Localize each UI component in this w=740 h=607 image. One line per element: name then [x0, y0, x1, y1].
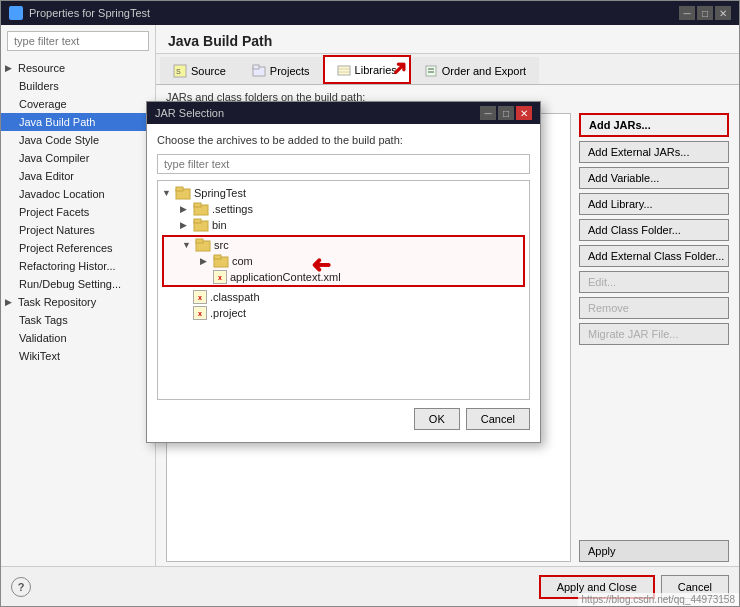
tab-libraries[interactable]: Libraries: [323, 55, 411, 84]
dialog-minimize-button[interactable]: ─: [480, 106, 496, 120]
projects-icon: [252, 64, 266, 78]
sidebar-item-project-facets[interactable]: Project Facets: [1, 203, 155, 221]
add-external-jars-button[interactable]: Add External JARs...: [579, 141, 729, 163]
remove-button[interactable]: Remove: [579, 297, 729, 319]
svg-rect-17: [196, 239, 203, 243]
tree-node-label: src: [214, 239, 229, 251]
tab-source-label: Source: [191, 65, 226, 77]
dialog-description: Choose the archives to be added to the b…: [157, 134, 530, 146]
svg-rect-11: [176, 187, 183, 191]
tree-node-label: bin: [212, 219, 227, 231]
sidebar-item-task-tags[interactable]: Task Tags: [1, 311, 155, 329]
sidebar-item-java-code-style[interactable]: Java Code Style: [1, 131, 155, 149]
tabs-bar: S Source Projects: [156, 54, 739, 85]
close-button[interactable]: ✕: [715, 6, 731, 20]
sidebar-item-javadoc[interactable]: Javadoc Location: [1, 185, 155, 203]
sidebar-item-validation[interactable]: Validation: [1, 329, 155, 347]
sidebar-item-java-editor[interactable]: Java Editor: [1, 167, 155, 185]
sidebar-item-run-debug[interactable]: Run/Debug Setting...: [1, 275, 155, 293]
folder-icon: [193, 202, 209, 216]
tree-node-project[interactable]: x .project: [162, 305, 525, 321]
tree-arrow: ▼: [182, 240, 192, 250]
edit-button[interactable]: Edit...: [579, 271, 729, 293]
eclipse-icon: [9, 6, 23, 20]
tree-node-src[interactable]: ▼ src: [164, 237, 523, 253]
tab-order-export-label: Order and Export: [442, 65, 526, 77]
sidebar-item-label: Refactoring Histor...: [19, 260, 116, 272]
xml-file-icon: x: [193, 306, 207, 320]
folder-open-icon: [195, 238, 211, 252]
apply-button[interactable]: Apply: [579, 540, 729, 562]
svg-rect-7: [426, 66, 436, 76]
tree-node-com[interactable]: ▶ com: [164, 253, 523, 269]
sidebar-item-java-compiler[interactable]: Java Compiler: [1, 149, 155, 167]
right-buttons: Add JARs... Add External JARs... Add Var…: [579, 113, 729, 562]
add-class-folder-button[interactable]: Add Class Folder...: [579, 219, 729, 241]
sidebar-item-label: Project Facets: [19, 206, 89, 218]
tree-node-label: SpringTest: [194, 187, 246, 199]
dialog-bottom-bar: OK Cancel: [157, 400, 530, 432]
tree-node-classpath[interactable]: x .classpath: [162, 289, 525, 305]
tree-arrow: ▼: [162, 188, 172, 198]
tab-order-export[interactable]: Order and Export: [411, 57, 539, 84]
title-bar-left: Properties for SpringTest: [9, 6, 150, 20]
sidebar-item-label: Run/Debug Setting...: [19, 278, 121, 290]
tree-node-springtest[interactable]: ▼ SpringTest: [162, 185, 525, 201]
add-external-class-folder-button[interactable]: Add External Class Folder...: [579, 245, 729, 267]
tree-node-label: .classpath: [210, 291, 260, 303]
tree-node-bin[interactable]: ▶ bin: [162, 217, 525, 233]
filter-input[interactable]: [7, 31, 149, 51]
minimize-button[interactable]: ─: [679, 6, 695, 20]
sidebar-item-task-repository[interactable]: ▶ Task Repository: [1, 293, 155, 311]
dialog-maximize-button[interactable]: □: [498, 106, 514, 120]
migrate-jar-button[interactable]: Migrate JAR File...: [579, 323, 729, 345]
dialog-cancel-button[interactable]: Cancel: [466, 408, 530, 430]
xml-file-icon: x: [193, 290, 207, 304]
dialog-title-text: JAR Selection: [155, 107, 224, 119]
folder-icon: [193, 218, 209, 232]
dialog-ok-button[interactable]: OK: [414, 408, 460, 430]
tree-node-appcontext[interactable]: x applicationContext.xml: [164, 269, 523, 285]
tree-node-label: .settings: [212, 203, 253, 215]
sidebar-item-project-references[interactable]: Project References: [1, 239, 155, 257]
sidebar-item-wikitext[interactable]: WikiText: [1, 347, 155, 365]
sidebar-item-coverage[interactable]: Coverage: [1, 95, 155, 113]
svg-rect-3: [253, 65, 259, 69]
main-window: Properties for SpringTest ─ □ ✕ ▶ Resour…: [0, 0, 740, 607]
sidebar-item-label: Project Natures: [19, 224, 95, 236]
tree-node-label: .project: [210, 307, 246, 319]
sidebar-item-refactoring[interactable]: Refactoring Histor...: [1, 257, 155, 275]
maximize-button[interactable]: □: [697, 6, 713, 20]
tab-source[interactable]: S Source: [160, 57, 239, 84]
tree-arrow: ▶: [180, 204, 190, 214]
help-button[interactable]: ?: [11, 577, 31, 597]
window-title: Properties for SpringTest: [29, 7, 150, 19]
sidebar-item-label: Builders: [19, 80, 59, 92]
svg-rect-4: [338, 66, 350, 75]
xml-file-icon: x: [213, 270, 227, 284]
sidebar: ▶ Resource Builders Coverage Java Build …: [1, 25, 156, 566]
dialog-close-button[interactable]: ✕: [516, 106, 532, 120]
title-bar-controls: ─ □ ✕: [679, 6, 731, 20]
libraries-icon: [337, 63, 351, 77]
sidebar-item-builders[interactable]: Builders: [1, 77, 155, 95]
jar-tree: ▼ SpringTest ▶ .settings: [157, 180, 530, 400]
svg-text:S: S: [176, 68, 181, 75]
sidebar-item-java-build-path[interactable]: Java Build Path: [1, 113, 155, 131]
sidebar-item-label: Project References: [19, 242, 113, 254]
sidebar-item-project-natures[interactable]: Project Natures: [1, 221, 155, 239]
add-variable-button[interactable]: Add Variable...: [579, 167, 729, 189]
sidebar-item-resource[interactable]: ▶ Resource: [1, 59, 155, 77]
tree-arrow: ▶: [200, 256, 210, 266]
sidebar-tree: ▶ Resource Builders Coverage Java Build …: [1, 57, 155, 566]
tree-node-settings[interactable]: ▶ .settings: [162, 201, 525, 217]
add-jars-button[interactable]: Add JARs...: [579, 113, 729, 137]
tree-node-label: applicationContext.xml: [230, 271, 341, 283]
sidebar-item-label: Validation: [19, 332, 67, 344]
sidebar-item-label: Javadoc Location: [19, 188, 105, 200]
add-library-button[interactable]: Add Library...: [579, 193, 729, 215]
tab-projects[interactable]: Projects: [239, 57, 323, 84]
dialog-title-bar: JAR Selection ─ □ ✕: [147, 102, 540, 124]
expand-arrow: ▶: [5, 63, 12, 73]
dialog-filter-input[interactable]: [157, 154, 530, 174]
